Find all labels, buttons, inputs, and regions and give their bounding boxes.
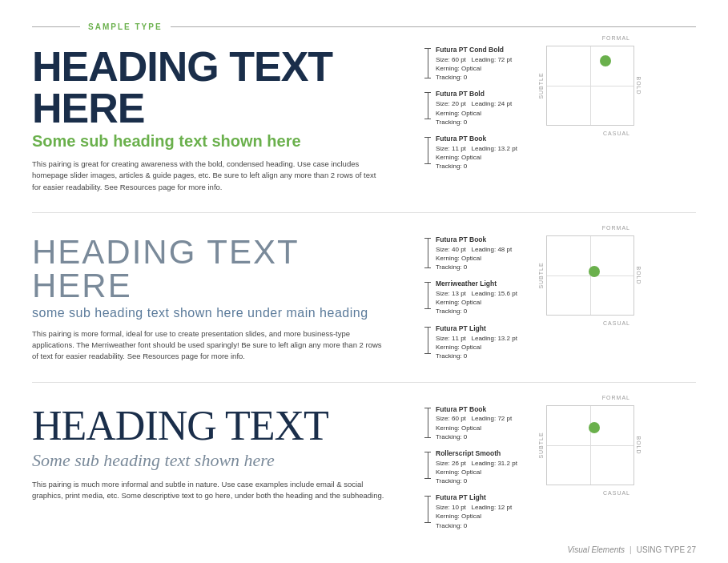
spec-text-2-2: Merriweather Light Size: 13 pt Leading: … [436, 279, 517, 316]
chart-dot-1 [600, 55, 611, 66]
section-3-chart: FORMAL CASUAL SUBTLE BOLD [546, 405, 642, 485]
chart-label-formal-1: FORMAL [602, 35, 630, 41]
chart-label-subtle-3: SUBTLE [538, 432, 544, 458]
footer-italic-text: Visual Elements [568, 545, 625, 554]
section-1-left: HEADING TEXT HERE Some sub heading text … [32, 46, 424, 193]
font-spec-1-2: Futura PT Bold Size: 20 pt Leading: 24 p… [424, 90, 537, 126]
chart-line-v-3 [590, 406, 591, 485]
font-spec-2-3: Futura PT Light Size: 11 pt Leading: 13.… [424, 324, 537, 360]
chart-label-casual-1: CASUAL [603, 131, 630, 136]
section-2-chart: FORMAL CASUAL SUBTLE BOLD [546, 235, 642, 316]
bracket-2-2 [424, 282, 431, 309]
page-title: SAMPLE TYPE [80, 22, 171, 31]
section-3-heading: HEADING TEXT [32, 405, 408, 447]
section-3: HEADING TEXT Some sub heading text shown… [32, 405, 696, 549]
font-spec-2-1: Futura PT Book Size: 40 pt Leading: 48 p… [424, 235, 537, 271]
section-1-subheading: Some sub heading text shown here [32, 132, 408, 151]
font-spec-2-2: Merriweather Light Size: 13 pt Leading: … [424, 279, 537, 316]
spec-text-1-2: Futura PT Bold Size: 20 pt Leading: 24 p… [436, 90, 512, 126]
chart-label-subtle-2: SUBTLE [538, 262, 544, 288]
chart-label-bold-2: BOLD [636, 266, 642, 284]
chart-label-formal-3: FORMAL [602, 395, 630, 400]
footer-right-text: USING TYPE 27 [637, 545, 696, 554]
chart-label-casual-3: CASUAL [603, 490, 630, 496]
section-2: HEADING TEXT HERE some sub heading text … [32, 235, 696, 383]
section-1-right: Futura PT Cond Bold Size: 60 pt Leading:… [424, 46, 696, 171]
header-line-right [171, 26, 696, 27]
page: SAMPLE TYPE HEADING TEXT HERE Some sub h… [0, 0, 728, 563]
spec-text-3-1: Futura PT Book Size: 60 pt Leading: 72 p… [436, 405, 512, 441]
chart-label-casual-2: CASUAL [603, 320, 630, 326]
chart-label-formal-2: FORMAL [602, 225, 630, 231]
spec-text-3-3: Futura PT Light Size: 10 pt Leading: 12 … [436, 493, 512, 529]
bracket-1-1 [424, 48, 431, 78]
bracket-2-3 [424, 327, 431, 354]
section-1-heading: HEADING TEXT HERE [32, 46, 408, 129]
page-footer: Visual Elements | USING TYPE 27 [568, 545, 696, 554]
chart-dot-2 [589, 266, 600, 277]
bracket-3-1 [424, 408, 431, 438]
footer-separator: | [629, 545, 632, 554]
spec-text-2-1: Futura PT Book Size: 40 pt Leading: 48 p… [436, 235, 512, 271]
section-1: HEADING TEXT HERE Some sub heading text … [32, 46, 696, 213]
section-2-right: Futura PT Book Size: 40 pt Leading: 48 p… [424, 235, 696, 360]
chart-box-1: FORMAL CASUAL SUBTLE BOLD [546, 46, 634, 126]
bracket-2-1 [424, 238, 431, 268]
chart-label-bold-3: BOLD [636, 436, 642, 454]
chart-line-v-1 [590, 46, 591, 125]
spec-text-1-1: Futura PT Cond Bold Size: 60 pt Leading:… [436, 46, 512, 82]
section-3-font-specs: Futura PT Book Size: 60 pt Leading: 72 p… [424, 405, 537, 530]
chart-label-subtle-1: SUBTLE [538, 72, 544, 99]
bracket-1-2 [424, 92, 431, 119]
section-2-body: This pairing is more formal, ideal for u… [32, 328, 384, 363]
bracket-1-3 [424, 137, 431, 164]
section-1-font-specs: Futura PT Cond Bold Size: 60 pt Leading:… [424, 46, 537, 171]
chart-box-2: FORMAL CASUAL SUBTLE BOLD [546, 235, 634, 316]
section-3-body: This pairing is much more informal and s… [32, 479, 384, 502]
section-2-font-specs: Futura PT Book Size: 40 pt Leading: 48 p… [424, 235, 537, 360]
chart-box-3: FORMAL CASUAL SUBTLE BOLD [546, 405, 634, 485]
section-3-right: Futura PT Book Size: 60 pt Leading: 72 p… [424, 405, 696, 530]
section-1-body: This pairing is great for creating aware… [32, 159, 384, 193]
spec-text-3-2: Rollerscript Smooth Size: 26 pt Leading:… [436, 449, 517, 485]
header-line-left [32, 26, 80, 27]
section-3-left: HEADING TEXT Some sub heading text shown… [32, 405, 424, 502]
bracket-3-2 [424, 452, 431, 479]
font-spec-1-1: Futura PT Cond Bold Size: 60 pt Leading:… [424, 46, 537, 82]
spec-text-2-3: Futura PT Light Size: 11 pt Leading: 13.… [436, 324, 517, 360]
section-2-heading: HEADING TEXT HERE [32, 235, 408, 303]
section-3-subheading: Some sub heading text shown here [32, 450, 408, 471]
font-spec-1-3: Futura PT Book Size: 11 pt Leading: 13.2… [424, 135, 537, 171]
font-spec-3-3: Futura PT Light Size: 10 pt Leading: 12 … [424, 493, 537, 529]
font-spec-3-2: Rollerscript Smooth Size: 26 pt Leading:… [424, 449, 537, 485]
page-header: SAMPLE TYPE [32, 22, 696, 31]
section-2-left: HEADING TEXT HERE some sub heading text … [32, 235, 424, 363]
section-2-subheading: some sub heading text shown here under m… [32, 306, 408, 320]
chart-dot-3 [589, 422, 600, 433]
font-spec-3-1: Futura PT Book Size: 60 pt Leading: 72 p… [424, 405, 537, 441]
chart-label-bold-1: BOLD [636, 76, 642, 95]
section-1-chart: FORMAL CASUAL SUBTLE BOLD [546, 46, 642, 126]
spec-text-1-3: Futura PT Book Size: 11 pt Leading: 13.2… [436, 135, 517, 171]
bracket-3-3 [424, 496, 431, 523]
